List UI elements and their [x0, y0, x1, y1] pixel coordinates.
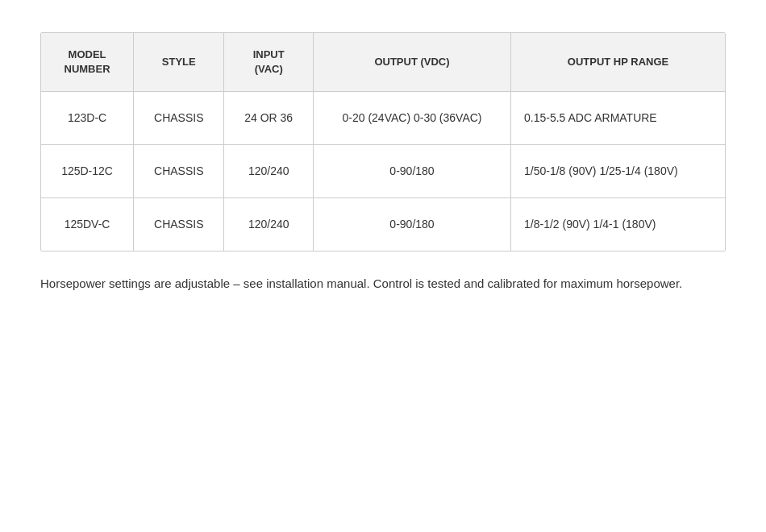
cell-style-3: CHASSIS	[134, 198, 224, 251]
table-row: 123D-C CHASSIS 24 OR 36 0-20 (24VAC) 0-3…	[41, 92, 725, 145]
header-model-number: MODELNUMBER	[41, 33, 134, 92]
cell-output-vdc-2: 0-90/180	[313, 145, 510, 198]
cell-model-3: 125DV-C	[41, 198, 134, 251]
cell-output-vdc-1: 0-20 (24VAC) 0-30 (36VAC)	[313, 92, 510, 145]
cell-model-1: 123D-C	[41, 92, 134, 145]
table-row: 125D-12C CHASSIS 120/240 0-90/180 1/50-1…	[41, 145, 725, 198]
cell-output-hp-3: 1/8-1/2 (90V) 1/4-1 (180V)	[511, 198, 725, 251]
cell-style-1: CHASSIS	[134, 92, 224, 145]
data-table: MODELNUMBER STYLE INPUT(VAC) OUTPUT (VDC…	[40, 32, 726, 251]
cell-input-1: 24 OR 36	[224, 92, 314, 145]
header-output-hp-range: OUTPUT HP RANGE	[511, 33, 725, 92]
cell-output-vdc-3: 0-90/180	[313, 198, 510, 251]
header-style: STYLE	[134, 33, 224, 92]
footnote-text: Horsepower settings are adjustable – see…	[40, 274, 726, 293]
header-output-vdc: OUTPUT (VDC)	[313, 33, 510, 92]
header-input-vac: INPUT(VAC)	[224, 33, 314, 92]
cell-output-hp-1: 0.15-5.5 ADC ARMATURE	[511, 92, 725, 145]
cell-input-3: 120/240	[224, 198, 314, 251]
cell-style-2: CHASSIS	[134, 145, 224, 198]
cell-output-hp-2: 1/50-1/8 (90V) 1/25-1/4 (180V)	[511, 145, 725, 198]
cell-model-2: 125D-12C	[41, 145, 134, 198]
table-row: 125DV-C CHASSIS 120/240 0-90/180 1/8-1/2…	[41, 198, 725, 251]
cell-input-2: 120/240	[224, 145, 314, 198]
